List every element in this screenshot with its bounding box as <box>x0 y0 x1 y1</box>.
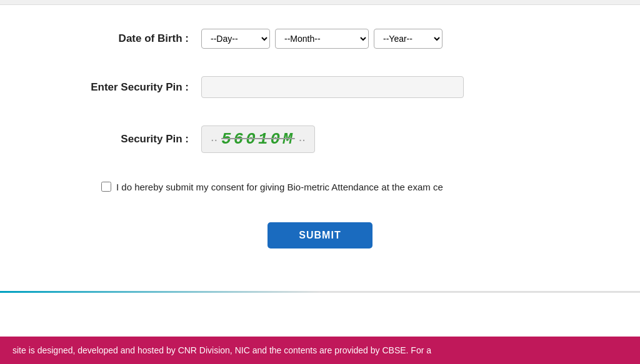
consent-checkbox[interactable] <box>101 182 111 192</box>
form-container: Date of Birth : --Day-- 12345 678910 111… <box>39 17 601 278</box>
captcha-label: Security Pin : <box>64 133 201 145</box>
captcha-row: Security Pin : ·· 56010M ·· <box>64 121 576 158</box>
captcha-value: 56010M <box>221 130 295 149</box>
security-pin-input-row: Enter Security Pin : <box>64 71 576 103</box>
month-select[interactable]: --Month-- JanuaryFebruaryMarchApril MayJ… <box>275 29 369 49</box>
dob-label: Date of Birth : <box>64 32 201 45</box>
security-pin-input-label: Enter Security Pin : <box>64 81 201 94</box>
day-select[interactable]: --Day-- 12345 678910 1112131415 16171819… <box>201 29 270 49</box>
consent-row: I do hereby submit my consent for giving… <box>64 175 576 200</box>
captcha-dots-left: ·· <box>211 132 218 147</box>
captcha-box: ·· 56010M ·· <box>201 125 315 153</box>
divider-line <box>0 291 640 293</box>
captcha-dots-right: ·· <box>299 132 306 147</box>
footer-bar: site is designed, developed and hosted b… <box>0 337 640 364</box>
top-bar <box>0 0 640 5</box>
main-content: Date of Birth : --Day-- 12345 678910 111… <box>0 5 640 291</box>
dob-selects: --Day-- 12345 678910 1112131415 16171819… <box>201 29 442 49</box>
submit-button[interactable]: SUBMIT <box>268 222 372 248</box>
submit-row: SUBMIT <box>64 217 576 253</box>
year-select[interactable]: --Year-- 1990199119921993 19941995199619… <box>374 29 442 49</box>
consent-text: I do hereby submit my consent for giving… <box>116 180 443 195</box>
dob-row: Date of Birth : --Day-- 12345 678910 111… <box>64 24 576 54</box>
footer-text: site is designed, developed and hosted b… <box>12 345 431 355</box>
security-pin-input-field[interactable] <box>201 76 464 98</box>
